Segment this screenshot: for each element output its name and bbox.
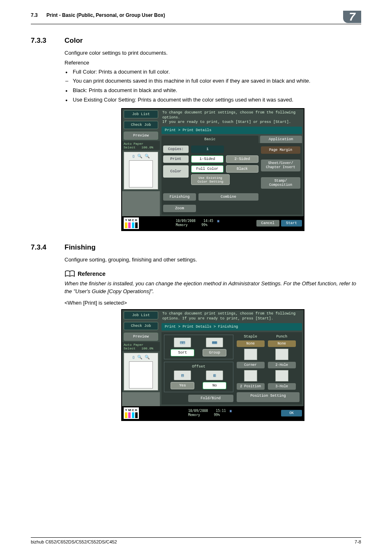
- job-list-button[interactable]: Job List: [124, 311, 158, 319]
- toner-levels: Y M C K: [125, 218, 138, 228]
- bullet-item: You can print documents saved in this ma…: [73, 77, 361, 85]
- panel-message: To change document print settings, choos…: [162, 111, 301, 120]
- reference-body: When the finisher is installed, you can …: [65, 280, 361, 296]
- preview-button[interactable]: Preview: [124, 333, 158, 341]
- chapter-badge: 7: [343, 11, 361, 23]
- sort-button[interactable]: Sort: [171, 349, 194, 356]
- header-section-number: 7.3: [31, 12, 38, 18]
- black-button[interactable]: Black: [226, 165, 258, 173]
- date-value: 10/09/2008: [188, 409, 208, 413]
- punch-2hole-button[interactable]: 2-Hole: [268, 362, 296, 368]
- offset-no-icon: ▥: [206, 370, 223, 380]
- bullet-item: Full Color: Prints a document in full co…: [73, 68, 361, 76]
- zoom-out-icon[interactable]: 🔍: [137, 154, 142, 159]
- color-label: Color: [163, 165, 189, 178]
- cancel-button[interactable]: Cancel: [256, 220, 279, 227]
- offset-yes-button[interactable]: Yes: [171, 382, 194, 389]
- punch-2hole-icon: [275, 349, 288, 360]
- check-job-button[interactable]: Check Job: [124, 121, 158, 129]
- panel-message: To change document print settings, choos…: [160, 310, 304, 323]
- intro-text: Configure color settings to print docume…: [65, 49, 361, 57]
- copies-value[interactable]: 1: [191, 146, 224, 153]
- toner-levels: Y M C K: [125, 408, 138, 418]
- combine-button[interactable]: Combine: [198, 193, 258, 201]
- footer-page-number: 7-8: [355, 539, 361, 544]
- breadcrumb: Print > Print Details: [161, 127, 302, 134]
- preview-button[interactable]: Preview: [124, 132, 158, 140]
- time-value: 14:45: [203, 219, 213, 223]
- staple-corner-icon: [244, 349, 257, 360]
- start-button[interactable]: Start: [281, 220, 302, 227]
- intro-text: Configure sorting, grouping, finishing a…: [65, 256, 361, 264]
- one-sided-button[interactable]: 1-Sided: [191, 155, 224, 163]
- zoom-in-icon[interactable]: 🔍: [145, 355, 150, 360]
- bullet-item: Use Existing Color Setting: Prints a doc…: [73, 96, 361, 104]
- memory-value: 99%: [214, 413, 220, 417]
- group-button[interactable]: Group: [203, 349, 226, 356]
- copy-icon: ▣: [230, 409, 232, 413]
- date-value: 10/09/2008: [176, 219, 196, 223]
- section-title: Finishing: [65, 243, 96, 252]
- footer-model: bizhub C652/C652DS/C552/C552DS/C452: [31, 539, 117, 544]
- punch-3hole-button[interactable]: 3-Hole: [268, 383, 296, 390]
- memory-label: Memory: [176, 223, 188, 227]
- document-preview: ▯🔍🔍: [124, 152, 158, 190]
- memory-value: 99%: [201, 223, 207, 227]
- header-section-title: Print - Basic (Public, Personal, or Grou…: [46, 12, 165, 18]
- doc-icon: ▯: [132, 355, 135, 360]
- offset-no-button[interactable]: No: [203, 382, 226, 389]
- auto-paper-status: Auto Paper Select 100.0%: [122, 342, 160, 351]
- punch-none-button[interactable]: None: [268, 340, 296, 347]
- section-number: 7.3.4: [31, 243, 65, 252]
- auto-paper-status: Auto Paper Select 100.0%: [122, 141, 160, 150]
- job-list-button[interactable]: Job List: [124, 110, 158, 118]
- reference-heading: Reference: [78, 271, 106, 277]
- offset-label: Offset: [192, 365, 205, 369]
- staple-2position-button[interactable]: 2 Position: [237, 383, 265, 390]
- printer-panel-finishing: Job List Check Job Preview Auto Paper Se…: [121, 309, 304, 421]
- sort-icon: ▤▤: [174, 338, 191, 347]
- section-title: Color: [65, 37, 83, 45]
- document-preview: ▯🔍🔍: [124, 353, 158, 391]
- section-number: 7.3.3: [31, 37, 65, 45]
- staple-corner-button[interactable]: Corner: [237, 362, 265, 368]
- position-setting-button[interactable]: Position Setting: [237, 392, 300, 402]
- zoom-out-icon[interactable]: 🔍: [137, 355, 142, 360]
- punch-label: Punch: [268, 335, 296, 339]
- screenshot-caption: <When [Print] is selected>: [65, 300, 361, 306]
- bullet-item: Black: Prints a document in black and wh…: [73, 87, 361, 95]
- copy-icon: ▣: [217, 219, 219, 223]
- ok-button[interactable]: OK: [281, 410, 302, 416]
- check-job-button[interactable]: Check Job: [124, 322, 158, 330]
- book-icon: [65, 270, 75, 278]
- panel-message: If you are ready to print, touch [Start]…: [162, 120, 301, 125]
- memory-label: Memory: [188, 413, 200, 417]
- finishing-button[interactable]: Finishing: [163, 193, 196, 201]
- printer-panel-color: Job List Check Job Preview Auto Paper Se…: [121, 108, 304, 231]
- breadcrumb: Print > Print Details > Finishing: [161, 323, 302, 331]
- time-value: 15:11: [216, 409, 226, 413]
- staple-2pos-icon: [244, 370, 257, 382]
- stamp-composition-button[interactable]: Stamp/ Composition: [261, 177, 300, 189]
- staple-label: Staple: [237, 335, 265, 339]
- tab-basic[interactable]: Basic: [161, 136, 258, 143]
- zoom-in-icon[interactable]: 🔍: [145, 154, 150, 159]
- reference-label: Reference: [65, 60, 361, 66]
- doc-icon: ▯: [132, 154, 135, 159]
- zoom-button[interactable]: Zoom: [163, 205, 196, 212]
- full-color-button[interactable]: Full Color: [191, 165, 224, 173]
- staple-none-button[interactable]: None: [237, 340, 265, 347]
- group-icon: ▦▦: [206, 338, 223, 347]
- tab-application[interactable]: Application: [260, 136, 302, 143]
- page-margin-button[interactable]: Page Margin: [261, 146, 300, 154]
- print-label: Print: [163, 155, 189, 163]
- sheet-cover-button[interactable]: Sheet/Cover/ Chapter Insert: [261, 160, 300, 171]
- offset-yes-icon: ▤: [174, 370, 191, 380]
- punch-3hole-icon: [275, 370, 288, 382]
- fold-bind-button[interactable]: Fold/Bind: [188, 395, 233, 402]
- copies-label: Copies:: [163, 146, 189, 153]
- two-sided-button[interactable]: 2-Sided: [226, 155, 258, 163]
- use-existing-color-button[interactable]: Use Existing Color Setting: [191, 174, 230, 185]
